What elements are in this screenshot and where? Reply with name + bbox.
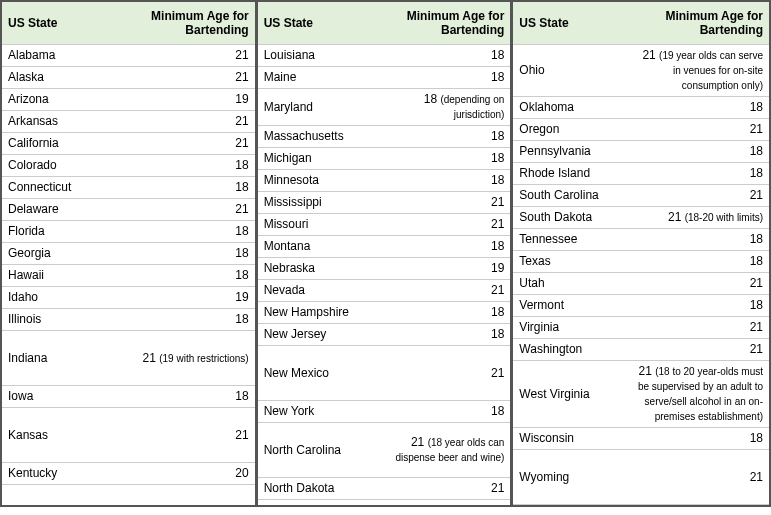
table-wrapper: US State Minimum Age for Bartending Alab… [0,0,771,507]
age-note: (19 year olds can serve in venues for on… [659,50,763,91]
table-row: Kansas21 [2,408,255,463]
age-note: (depending on jurisdiction) [440,94,504,120]
table-row: South Dakota21 (18-20 with limits) [513,207,769,229]
state-cell: Minnesota [258,170,373,192]
table-row: Oklahoma18 [513,97,769,119]
state-cell: Maryland [258,89,373,126]
column-2: US State Minimum Age for Bartending Loui… [258,2,514,505]
table-row: Connecticut18 [2,177,255,199]
age-cell: 18 [117,309,255,331]
state-cell: North Carolina [258,423,373,478]
state-cell: California [2,133,117,155]
table-row: Alabama21 [2,45,255,67]
age-cell: 18 [629,141,769,163]
tbody-2: Louisiana18Maine18Maryland18 (depending … [258,45,511,500]
age-value: 21 [639,364,656,378]
tbody-3: Ohio21 (19 year olds can serve in venues… [513,45,769,505]
age-cell: 18 [629,163,769,185]
state-cell: Texas [513,251,629,273]
age-cell: 21 [629,273,769,295]
state-cell: Florida [2,221,117,243]
table-row: New Hampshire18 [258,302,511,324]
table-row: Illinois18 [2,309,255,331]
age-cell: 18 [629,428,769,450]
table-row: Delaware21 [2,199,255,221]
age-cell: 21 (19 with restrictions) [117,331,255,386]
state-cell: Maine [258,67,373,89]
age-cell: 19 [372,258,510,280]
age-cell: 19 [117,89,255,111]
age-cell: 18 [372,148,510,170]
table-row: New Mexico21 [258,346,511,401]
age-cell: 18 [117,221,255,243]
age-cell: 18 [117,265,255,287]
state-cell: Hawaii [2,265,117,287]
table-row: Pennsylvania18 [513,141,769,163]
state-cell: Wisconsin [513,428,629,450]
table-row: New York18 [258,401,511,423]
state-cell: Washington [513,339,629,361]
table-row: Mississippi21 [258,192,511,214]
table-row: Hawaii18 [2,265,255,287]
table-row: Vermont18 [513,295,769,317]
state-cell: Virginia [513,317,629,339]
age-cell: 18 [372,302,510,324]
state-cell: Kentucky [2,463,117,485]
age-note: (19 with restrictions) [159,353,248,364]
state-cell: Ohio [513,45,629,97]
table-row: Montana18 [258,236,511,258]
table-row: Massachusetts18 [258,126,511,148]
state-cell: Nebraska [258,258,373,280]
age-cell: 18 [629,97,769,119]
age-note: (18 to 20 year-olds must be supervised b… [638,366,763,422]
state-cell: Pennsylvania [513,141,629,163]
age-cell: 21 [372,478,510,500]
table-row: Indiana21 (19 with restrictions) [2,331,255,386]
age-cell: 18 [117,386,255,408]
age-cell: 21 (18 year olds can dispense beer and w… [372,423,510,478]
age-cell: 21 [629,450,769,505]
age-value: 21 [143,351,160,365]
state-cell: Arkansas [2,111,117,133]
tbody-1: Alabama21Alaska21Arizona19Arkansas21Cali… [2,45,255,485]
table-row: Missouri21 [258,214,511,236]
age-value: 21 [411,435,428,449]
age-cell: 18 [629,295,769,317]
table-row: Kentucky20 [2,463,255,485]
table-row: Ohio21 (19 year olds can serve in venues… [513,45,769,97]
header-row: US State Minimum Age for Bartending [258,2,511,45]
table-1: US State Minimum Age for Bartending Alab… [2,2,255,485]
table-row: Idaho19 [2,287,255,309]
age-cell: 18 [629,229,769,251]
state-cell: Missouri [258,214,373,236]
state-cell: Oklahoma [513,97,629,119]
state-cell: Iowa [2,386,117,408]
table-row: Arizona19 [2,89,255,111]
header-row: US State Minimum Age for Bartending [2,2,255,45]
state-cell: Oregon [513,119,629,141]
table-row: Tennessee18 [513,229,769,251]
state-cell: South Dakota [513,207,629,229]
table-row: North Carolina21 (18 year olds can dispe… [258,423,511,478]
table-row: Rhode Island18 [513,163,769,185]
header-state: US State [258,2,373,45]
age-cell: 21 [117,408,255,463]
age-note: (18-20 with limits) [685,212,763,223]
header-age: Minimum Age for Bartending [117,2,255,45]
age-cell: 18 [372,45,510,67]
table-row: Maine18 [258,67,511,89]
age-cell: 21 [372,280,510,302]
state-cell: Montana [258,236,373,258]
state-cell: Idaho [2,287,117,309]
table-row: Colorado18 [2,155,255,177]
age-cell: 21 [117,111,255,133]
age-cell: 21 (18 to 20 year-olds must be supervise… [629,361,769,428]
age-cell: 21 [117,133,255,155]
table-row: Arkansas21 [2,111,255,133]
age-value: 21 [642,48,659,62]
state-cell: New Mexico [258,346,373,401]
state-cell: New York [258,401,373,423]
state-cell: Mississippi [258,192,373,214]
state-cell: Tennessee [513,229,629,251]
header-age: Minimum Age for Bartending [372,2,510,45]
